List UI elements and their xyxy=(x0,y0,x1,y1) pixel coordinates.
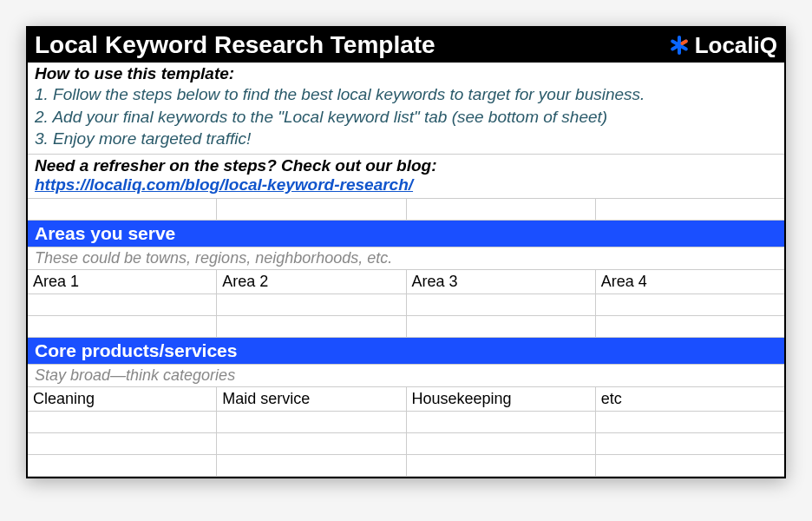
cell[interactable] xyxy=(407,412,596,432)
asterisk-icon xyxy=(669,35,690,56)
cell[interactable] xyxy=(407,316,596,337)
cell[interactable] xyxy=(407,433,596,454)
brand-logo: LocaliQ xyxy=(669,32,777,59)
cell[interactable] xyxy=(596,455,784,476)
cell[interactable] xyxy=(407,199,596,220)
cell[interactable] xyxy=(596,199,784,220)
cell[interactable] xyxy=(28,433,217,454)
product-cell[interactable]: Housekeeping xyxy=(407,387,596,411)
empty-row xyxy=(28,455,784,477)
page-title: Local Keyword Research Template xyxy=(35,31,435,59)
refresher-heading: Need a refresher on the steps? Check out… xyxy=(35,156,777,175)
cell[interactable] xyxy=(217,455,406,476)
cell[interactable] xyxy=(217,433,406,454)
section-header-products: Core products/services xyxy=(28,338,784,365)
cell[interactable] xyxy=(407,455,596,476)
cell[interactable] xyxy=(28,455,217,476)
empty-row xyxy=(28,412,784,433)
product-cell[interactable]: Maid service xyxy=(217,387,406,411)
area-cell[interactable]: Area 1 xyxy=(28,270,217,293)
svg-rect-3 xyxy=(679,39,688,46)
cell[interactable] xyxy=(28,199,217,220)
empty-row xyxy=(28,433,784,455)
spreadsheet-template: Local Keyword Research Template LocaliQ … xyxy=(26,26,786,478)
instruction-step: 1. Follow the steps below to find the be… xyxy=(35,83,777,106)
product-cell[interactable]: Cleaning xyxy=(28,387,217,411)
cell[interactable] xyxy=(596,316,784,337)
cell[interactable] xyxy=(217,199,406,220)
section-hint-areas: These could be towns, regions, neighborh… xyxy=(28,247,784,270)
section-header-areas: Areas you serve xyxy=(28,221,784,247)
cell[interactable] xyxy=(28,316,217,337)
area-cell[interactable]: Area 4 xyxy=(596,270,784,293)
cell[interactable] xyxy=(407,294,596,315)
cell[interactable] xyxy=(596,294,784,315)
logo-text: LocaliQ xyxy=(695,32,777,59)
products-row: Cleaning Maid service Housekeeping etc xyxy=(28,387,784,412)
instruction-step: 3. Enjoy more targeted traffic! xyxy=(35,128,777,150)
areas-row: Area 1 Area 2 Area 3 Area 4 xyxy=(28,270,784,294)
refresher-block: Need a refresher on the steps? Check out… xyxy=(28,155,784,199)
cell[interactable] xyxy=(596,433,784,454)
cell[interactable] xyxy=(28,412,217,432)
header-row: Local Keyword Research Template LocaliQ xyxy=(28,28,784,63)
refresher-link[interactable]: https://localiq.com/blog/local-keyword-r… xyxy=(35,175,413,194)
instructions-block: How to use this template: 1. Follow the … xyxy=(28,63,784,155)
instruction-step: 2. Add your final keywords to the "Local… xyxy=(35,106,777,129)
product-cell[interactable]: etc xyxy=(596,387,784,411)
area-cell[interactable]: Area 2 xyxy=(217,270,406,293)
cell[interactable] xyxy=(596,412,784,432)
empty-row xyxy=(28,199,784,221)
empty-row xyxy=(28,294,784,316)
cell[interactable] xyxy=(217,316,406,337)
area-cell[interactable]: Area 3 xyxy=(407,270,596,293)
cell[interactable] xyxy=(28,294,217,315)
section-hint-products: Stay broad—think categories xyxy=(28,365,784,387)
empty-row xyxy=(28,316,784,338)
instructions-heading: How to use this template: xyxy=(35,64,777,83)
cell[interactable] xyxy=(217,294,406,315)
cell[interactable] xyxy=(217,412,406,432)
